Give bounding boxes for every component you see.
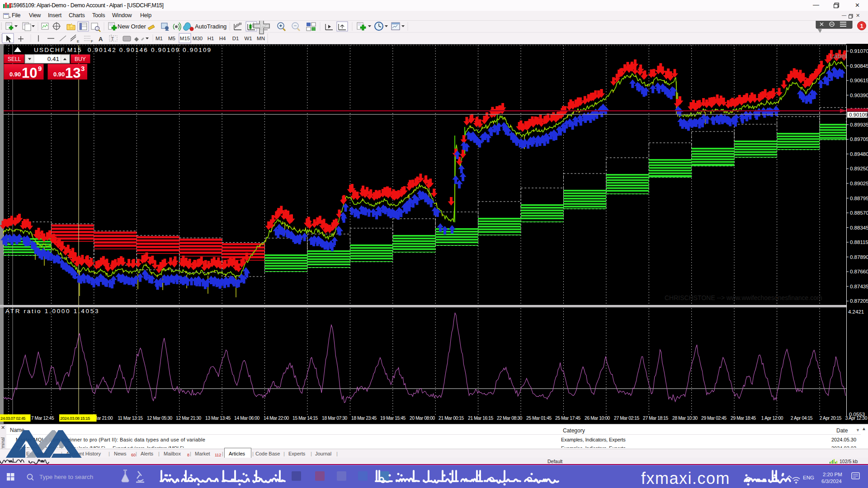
svg-text:1 Apr 12:00: 1 Apr 12:00 xyxy=(761,416,783,421)
svg-text:2024.03.08 15:15: 2024.03.08 15:15 xyxy=(60,416,90,421)
svg-text:25 Mar 01:45: 25 Mar 01:45 xyxy=(526,416,552,421)
svg-text:1: 1 xyxy=(860,23,863,29)
svg-text:New Order: New Order xyxy=(118,23,146,30)
svg-text:ENG: ENG xyxy=(803,475,814,480)
svg-text:20 Mar 08:00: 20 Mar 08:00 xyxy=(410,416,435,421)
svg-text:D1: D1 xyxy=(232,36,239,41)
svg-text:0.90615: 0.90615 xyxy=(850,78,868,83)
svg-text:0.89705: 0.89705 xyxy=(850,136,868,142)
svg-text:0.90: 0.90 xyxy=(9,71,21,78)
svg-text:2 Apr 04:15: 2 Apr 04:15 xyxy=(791,416,813,421)
svg-text:AutoTrading: AutoTrading xyxy=(195,23,226,30)
svg-text:18 Mar 07:30: 18 Mar 07:30 xyxy=(322,416,348,421)
svg-text:E: E xyxy=(77,39,79,43)
svg-text:M15: M15 xyxy=(180,36,190,41)
svg-text:18 Mar 23:45: 18 Mar 23:45 xyxy=(351,416,377,421)
svg-text:9: 9 xyxy=(38,65,42,72)
svg-text:13: 13 xyxy=(65,65,80,81)
svg-text:USDCHF,M15 0.90142 0.90146 0.: USDCHF,M15 0.90142 0.90146 0.90109 0.901… xyxy=(34,47,212,53)
svg-text:0.89025: 0.89025 xyxy=(850,181,868,186)
svg-text:0.90845: 0.90845 xyxy=(850,63,868,69)
svg-text:28 Mar 10:30: 28 Mar 10:30 xyxy=(672,416,698,421)
svg-text:0.88345: 0.88345 xyxy=(850,225,868,230)
svg-text:29 Mar 18:45: 29 Mar 18:45 xyxy=(731,416,756,421)
svg-text:0.88115: 0.88115 xyxy=(850,239,868,245)
svg-text:0.87205: 0.87205 xyxy=(850,298,868,304)
svg-text:27 Mar 18:15: 27 Mar 18:15 xyxy=(643,416,669,421)
svg-text:MN: MN xyxy=(257,36,265,41)
svg-text:26 Mar 10:00: 26 Mar 10:00 xyxy=(585,416,610,421)
svg-text:0.87435: 0.87435 xyxy=(850,284,868,289)
svg-text:2 Apr 20:15: 2 Apr 20:15 xyxy=(820,416,842,421)
svg-text:7 Mar 12:45: 7 Mar 12:45 xyxy=(31,416,54,421)
svg-text:0.88570: 0.88570 xyxy=(850,210,868,216)
svg-text:13 Mar 13:45: 13 Mar 13:45 xyxy=(205,416,231,421)
svg-text:W1: W1 xyxy=(244,36,252,41)
svg-text:3: 3 xyxy=(81,65,85,72)
svg-text:21 Mar 00:15: 21 Mar 00:15 xyxy=(439,416,464,421)
svg-text:14 Mar 06:00: 14 Mar 06:00 xyxy=(234,416,260,421)
svg-text:29 Mar 02:45: 29 Mar 02:45 xyxy=(701,416,727,421)
svg-text:0.90: 0.90 xyxy=(53,71,65,78)
svg-text:12 Mar 05:30: 12 Mar 05:30 xyxy=(147,416,173,421)
svg-text:3 Apr 12:30: 3 Apr 12:30 xyxy=(845,416,868,421)
svg-text:BUY: BUY xyxy=(75,56,86,62)
svg-text:M30: M30 xyxy=(193,36,203,41)
svg-text:M1: M1 xyxy=(156,36,163,41)
svg-text:22 Mar 08:30: 22 Mar 08:30 xyxy=(497,416,523,421)
svg-text:6/3/2024: 6/3/2024 xyxy=(821,479,842,484)
svg-text:ATR ratio 1.0000 1.4053: ATR ratio 1.0000 1.4053 xyxy=(5,308,99,314)
svg-text:0.41: 0.41 xyxy=(47,56,59,62)
svg-text:0.90109: 0.90109 xyxy=(849,112,868,117)
svg-text:0.90390: 0.90390 xyxy=(850,93,868,98)
svg-text:2:20 PM: 2:20 PM xyxy=(823,472,842,477)
svg-text:M5: M5 xyxy=(168,36,175,41)
svg-text:24.03.07 02:45: 24.03.07 02:45 xyxy=(0,416,25,421)
svg-text:Label: Label xyxy=(830,52,847,60)
svg-text:14 Mar 22:00: 14 Mar 22:00 xyxy=(264,416,289,421)
svg-text:4.2421: 4.2421 xyxy=(848,309,864,314)
svg-text:H1: H1 xyxy=(208,36,214,41)
svg-text:15 Mar 14:15: 15 Mar 14:15 xyxy=(292,416,318,421)
svg-text:CHRISCHSTONE --> www.wwifech: CHRISCHSTONE --> www.wwifechoesonesfinan… xyxy=(665,294,822,301)
svg-text:0.87660: 0.87660 xyxy=(850,269,868,274)
svg-text:27 Mar 02:15: 27 Mar 02:15 xyxy=(614,416,640,421)
svg-text:0.91070: 0.91070 xyxy=(850,48,868,54)
svg-text:11 Mar 13:15: 11 Mar 13:15 xyxy=(118,416,143,421)
svg-text:0.88795: 0.88795 xyxy=(850,196,868,201)
svg-text:A: A xyxy=(99,36,103,42)
svg-text:fxmaxi.com: fxmaxi.com xyxy=(641,469,730,488)
svg-text:F: F xyxy=(91,39,93,43)
svg-text:0.89250: 0.89250 xyxy=(850,166,868,171)
svg-text:T: T xyxy=(111,37,114,42)
svg-text:SELL: SELL xyxy=(8,56,21,62)
svg-text:21 Mar 16:15: 21 Mar 16:15 xyxy=(468,416,494,421)
svg-text:12 Mar 21:30: 12 Mar 21:30 xyxy=(176,416,202,421)
svg-text:10: 10 xyxy=(22,65,37,81)
svg-text:25 Mar 17:45: 25 Mar 17:45 xyxy=(555,416,581,421)
svg-text:19 Mar 15:45: 19 Mar 15:45 xyxy=(380,416,406,421)
svg-text:H4: H4 xyxy=(219,36,226,41)
svg-text:0.89935: 0.89935 xyxy=(850,122,868,127)
svg-text:0.89480: 0.89480 xyxy=(850,151,868,157)
svg-text:0.87890: 0.87890 xyxy=(850,254,868,260)
